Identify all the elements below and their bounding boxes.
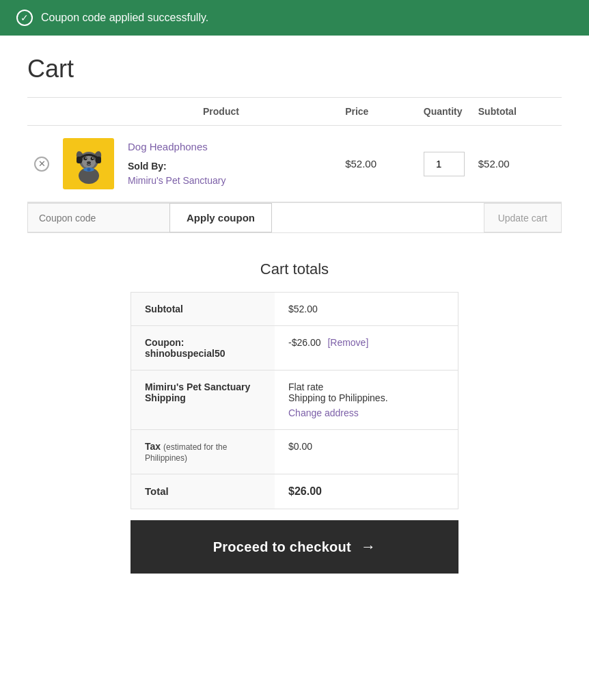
coupon-value: -$26.00 [Remove] xyxy=(275,326,458,370)
table-row: ✕ xyxy=(27,126,562,202)
tax-label: Tax (estimated for the Philippines) xyxy=(131,430,275,474)
subtotal-value: $52.00 xyxy=(275,293,458,325)
col-quantity-header: Quantity xyxy=(417,98,471,126)
apply-coupon-button[interactable]: Apply coupon xyxy=(169,203,272,232)
svg-point-6 xyxy=(83,157,87,160)
total-row: Total $26.00 xyxy=(131,474,458,509)
product-info-cell: Dog Headphones Sold By: Mimiru's Pet San… xyxy=(121,126,338,202)
success-message: Coupon code applied successfully. xyxy=(41,12,208,24)
checkout-button[interactable]: Proceed to checkout → xyxy=(131,520,458,574)
update-cart-button[interactable]: Update cart xyxy=(484,203,562,232)
coupon-input[interactable] xyxy=(27,203,169,232)
product-name-link[interactable]: Dog Headphones xyxy=(128,139,331,154)
cart-totals-section: Cart totals Subtotal $52.00 Coupon: shin… xyxy=(27,260,562,574)
col-price-header: Price xyxy=(338,98,417,126)
subtotal-label: Subtotal xyxy=(131,293,275,325)
product-price: $52.00 xyxy=(338,126,417,202)
col-subtotal-header: Subtotal xyxy=(471,98,562,126)
success-banner: ✓ Coupon code applied successfully. xyxy=(0,0,589,36)
quantity-input[interactable] xyxy=(424,152,465,176)
remove-icon: ✕ xyxy=(34,157,49,172)
product-image-cell xyxy=(56,126,121,202)
col-image-header xyxy=(56,98,121,126)
cart-totals-table: Subtotal $52.00 Coupon: shinobuspecial50… xyxy=(131,292,458,509)
total-value: $26.00 xyxy=(275,474,458,509)
subtotal-row: Subtotal $52.00 xyxy=(131,293,458,326)
svg-point-12 xyxy=(87,167,90,171)
coupon-label: Coupon: shinobuspecial50 xyxy=(131,326,275,370)
product-image-svg xyxy=(65,140,113,188)
coupon-discount: -$26.00 xyxy=(288,337,320,348)
remove-coupon-link[interactable]: [Remove] xyxy=(327,337,368,348)
remove-item-button[interactable]: ✕ xyxy=(34,157,49,172)
quantity-cell xyxy=(417,126,471,202)
arrow-icon: → xyxy=(361,538,376,556)
col-product-header: Product xyxy=(121,98,338,126)
svg-point-8 xyxy=(85,157,87,159)
checkout-label: Proceed to checkout xyxy=(213,539,351,555)
total-label: Total xyxy=(131,474,275,509)
shipping-value: Flat rate Shipping to Philippines. Chang… xyxy=(275,371,458,429)
shipping-type: Flat rate xyxy=(288,381,323,392)
shipping-destination: Shipping to Philippines. xyxy=(288,392,388,403)
svg-rect-14 xyxy=(96,157,101,163)
coupon-row: Apply coupon Update cart xyxy=(27,202,562,233)
col-remove-header xyxy=(27,98,56,126)
cart-totals-title: Cart totals xyxy=(260,260,329,278)
svg-rect-13 xyxy=(77,157,82,163)
svg-point-10 xyxy=(87,161,91,164)
checkout-btn-wrapper: Proceed to checkout → xyxy=(131,520,458,574)
shipping-row: Mimiru's Pet Sanctuary Shipping Flat rat… xyxy=(131,371,458,430)
page-title: Cart xyxy=(27,55,562,83)
change-address-link[interactable]: Change address xyxy=(288,407,444,418)
tax-row: Tax (estimated for the Philippines) $0.0… xyxy=(131,430,458,474)
seller-link[interactable]: Mimiru's Pet Sanctuary xyxy=(128,174,331,188)
success-icon: ✓ xyxy=(16,10,33,26)
cart-table: Product Price Quantity Subtotal ✕ xyxy=(27,97,562,202)
tax-value: $0.00 xyxy=(275,430,458,474)
product-image xyxy=(63,138,114,189)
sold-by-label: Sold By: xyxy=(128,161,331,172)
svg-point-7 xyxy=(90,157,94,160)
svg-point-9 xyxy=(92,157,94,159)
coupon-totals-row: Coupon: shinobuspecial50 -$26.00 [Remove… xyxy=(131,326,458,371)
product-subtotal: $52.00 xyxy=(471,126,562,202)
shipping-label: Mimiru's Pet Sanctuary Shipping xyxy=(131,371,275,429)
